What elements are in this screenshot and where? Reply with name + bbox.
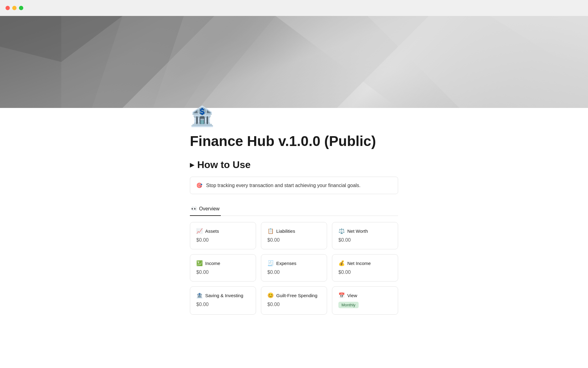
card-title-6: Saving & Investing [205, 293, 243, 298]
card-icon-8: 📅 [338, 292, 345, 299]
card-value-7: $0.00 [267, 302, 321, 307]
card-income[interactable]: 💹Income$0.00 [190, 254, 256, 282]
overview-cards-grid: 📈Assets$0.00📋Liabilities$0.00⚖️Net Worth… [190, 222, 398, 315]
tabs-bar: 👀 Overview [190, 203, 398, 216]
card-badge-8: Monthly [338, 302, 359, 308]
toggle-arrow-icon: ▶ [190, 162, 194, 168]
card-title-7: Guilt-Free Spending [276, 293, 317, 298]
info-box: 🎯 Stop tracking every transaction and st… [190, 177, 398, 194]
card-title-8: View [347, 293, 357, 298]
card-saving--investing[interactable]: 🏦Saving & Investing$0.00 [190, 286, 256, 315]
close-button[interactable] [6, 6, 10, 10]
card-icon-0: 📈 [196, 228, 203, 234]
card-value-4: $0.00 [267, 270, 321, 275]
card-guilt-free-spending[interactable]: 😊Guilt-Free Spending$0.00 [261, 286, 327, 315]
card-title-3: Income [205, 261, 220, 266]
card-assets[interactable]: 📈Assets$0.00 [190, 222, 256, 249]
card-view[interactable]: 📅ViewMonthly [332, 286, 398, 315]
info-icon: 🎯 [196, 182, 202, 188]
hero-svg [0, 16, 588, 108]
card-title-4: Expenses [276, 261, 296, 266]
card-icon-6: 🏦 [196, 292, 203, 299]
card-title-5: Net Income [347, 261, 371, 266]
card-value-3: $0.00 [196, 270, 250, 275]
overview-tab-label: Overview [199, 206, 220, 212]
tab-overview[interactable]: 👀 Overview [190, 203, 221, 216]
card-liabilities[interactable]: 📋Liabilities$0.00 [261, 222, 327, 249]
info-text: Stop tracking every transaction and star… [206, 183, 360, 188]
card-title-2: Net Worth [347, 228, 368, 234]
titlebar [0, 0, 588, 16]
page-icon: 🏦 [190, 99, 398, 128]
how-to-use-toggle[interactable]: ▶ How to Use [190, 159, 398, 171]
card-net-worth[interactable]: ⚖️Net Worth$0.00 [332, 222, 398, 249]
card-net-income[interactable]: 💰Net Income$0.00 [332, 254, 398, 282]
card-icon-5: 💰 [338, 260, 345, 266]
page-title: Finance Hub v.1.0.0 (Public) [190, 133, 398, 149]
card-icon-1: 📋 [267, 228, 274, 234]
how-to-use-title: How to Use [197, 159, 251, 171]
minimize-button[interactable] [12, 6, 17, 10]
card-value-1: $0.00 [267, 237, 321, 243]
card-value-2: $0.00 [338, 237, 392, 243]
hero-banner [0, 16, 588, 108]
card-icon-2: ⚖️ [338, 228, 345, 234]
card-icon-4: 🧾 [267, 260, 274, 266]
main-content: 🏦 Finance Hub v.1.0.0 (Public) ▶ How to … [80, 99, 508, 315]
card-expenses[interactable]: 🧾Expenses$0.00 [261, 254, 327, 282]
card-title-1: Liabilities [276, 228, 295, 234]
overview-tab-icon: 👀 [191, 206, 197, 212]
maximize-button[interactable] [19, 6, 23, 10]
card-value-6: $0.00 [196, 302, 250, 307]
card-title-0: Assets [205, 228, 219, 234]
card-icon-3: 💹 [196, 260, 203, 266]
card-value-5: $0.00 [338, 270, 392, 275]
card-icon-7: 😊 [267, 292, 274, 299]
card-value-0: $0.00 [196, 237, 250, 243]
